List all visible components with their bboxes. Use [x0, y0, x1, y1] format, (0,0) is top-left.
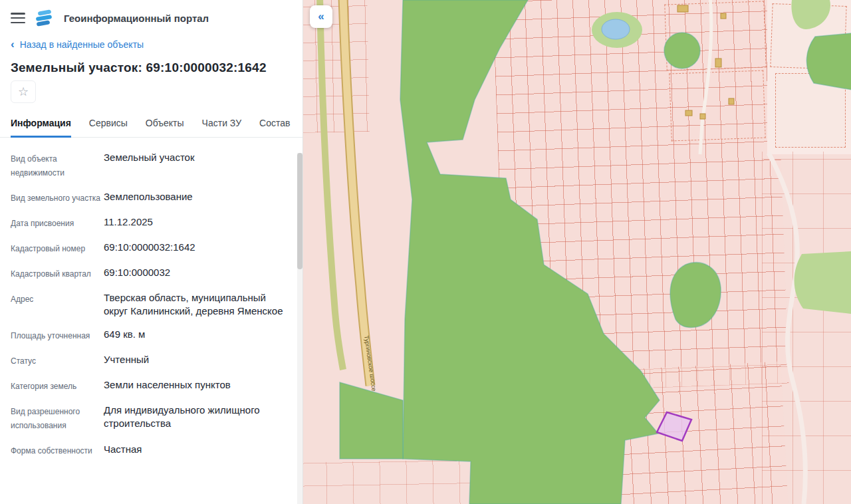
field-label: Категория земель: [11, 378, 104, 394]
field-row: Площадь уточненная 649 кв. м: [11, 328, 288, 343]
field-label: Вид земельного участка: [11, 190, 104, 205]
field-label: Адрес: [11, 291, 104, 307]
favorite-button[interactable]: ☆: [11, 80, 36, 103]
parcel-grid: [762, 152, 851, 504]
collapse-chevrons-icon: «: [318, 10, 324, 23]
field-label: Вид разрешенного использования: [11, 404, 104, 433]
back-chevron-icon: ‹: [11, 39, 15, 50]
tab-composition[interactable]: Состав: [259, 110, 290, 138]
field-label: Форма собственности: [11, 443, 104, 458]
field-row: Форма собственности Частная: [11, 443, 288, 458]
field-row: Кадастровый номер 69:10:0000032:1642: [11, 241, 288, 256]
field-label: Вид объекта недвижимости: [11, 151, 104, 180]
field-value: Земли населенных пунктов: [104, 378, 288, 392]
panel-scrollbar-thumb[interactable]: [297, 153, 303, 269]
app-title: Геоинформационный портал: [64, 13, 209, 24]
panel-collapse-button[interactable]: «: [310, 5, 332, 28]
field-value: Землепользование: [104, 190, 288, 203]
field-label: Кадастровый номер: [11, 241, 104, 256]
dashed-parcel: [775, 73, 846, 148]
back-link-label: Назад в найденные объекты: [20, 39, 144, 50]
tab-parts[interactable]: Части ЗУ: [202, 110, 241, 138]
field-label: Дата присвоения: [11, 215, 104, 231]
star-icon: ☆: [18, 84, 29, 99]
dashed-parcel: [664, 1, 766, 70]
road-label: Тургиновское шоссе: [363, 335, 378, 392]
field-label: Кадастровый квартал: [11, 266, 104, 281]
field-value: Для индивидуального жилищного строительс…: [104, 404, 288, 430]
field-row: Вид земельного участка Землепользование: [11, 190, 288, 205]
page-title: Земельный участок: 69:10:0000032:1642: [11, 61, 292, 75]
tab-objects[interactable]: Объекты: [146, 110, 184, 138]
dashed-parcel: [669, 70, 765, 142]
tab-services[interactable]: Сервисы: [89, 110, 128, 138]
object-info-panel: Геоинформационный портал ‹ Назад в найде…: [0, 0, 303, 504]
geo-portal-app: Геоинформационный портал ‹ Назад в найде…: [0, 0, 851, 504]
field-value: 649 кв. м: [104, 328, 288, 341]
back-link[interactable]: ‹ Назад в найденные объекты: [0, 31, 303, 51]
tab-information[interactable]: Информация: [11, 110, 71, 138]
field-row: Вид объекта недвижимости Земельный участ…: [11, 151, 288, 180]
dashed-parcel: [770, 3, 846, 70]
field-row: Адрес Тверская область, муниципальный ок…: [11, 291, 288, 318]
field-value: 69:10:0000032: [104, 266, 288, 279]
panel-header: Геоинформационный портал: [0, 0, 303, 31]
field-value: Учтенный: [104, 353, 288, 366]
cadastral-map[interactable]: Тургиновское шоссе «: [303, 0, 851, 504]
field-row: Категория земель Земли населенных пункто…: [11, 378, 288, 394]
field-label: Статус: [11, 353, 104, 368]
field-row: Кадастровый квартал 69:10:0000032: [11, 266, 288, 281]
field-row: Вид разрешенного использования Для индив…: [11, 404, 288, 433]
app-logo-icon: [36, 9, 53, 27]
forest-roadend: [340, 382, 403, 459]
attributes-list: Вид объекта недвижимости Земельный участ…: [0, 138, 303, 458]
field-value: 69:10:0000032:1642: [104, 241, 288, 254]
field-value: Земельный участок: [104, 151, 288, 164]
field-row: Дата присвоения 11.12.2025: [11, 215, 288, 231]
menu-icon[interactable]: [11, 13, 25, 23]
field-value: Тверская область, муниципальный округ Ка…: [104, 291, 288, 318]
tab-bar: Информация Сервисы Объекты Части ЗУ Сост…: [0, 110, 303, 138]
parcel-grid: [303, 459, 500, 504]
field-value: Частная: [104, 443, 288, 456]
field-value: 11.12.2025: [104, 215, 288, 229]
field-label: Площадь уточненная: [11, 328, 104, 343]
field-row: Статус Учтенный: [11, 353, 288, 368]
